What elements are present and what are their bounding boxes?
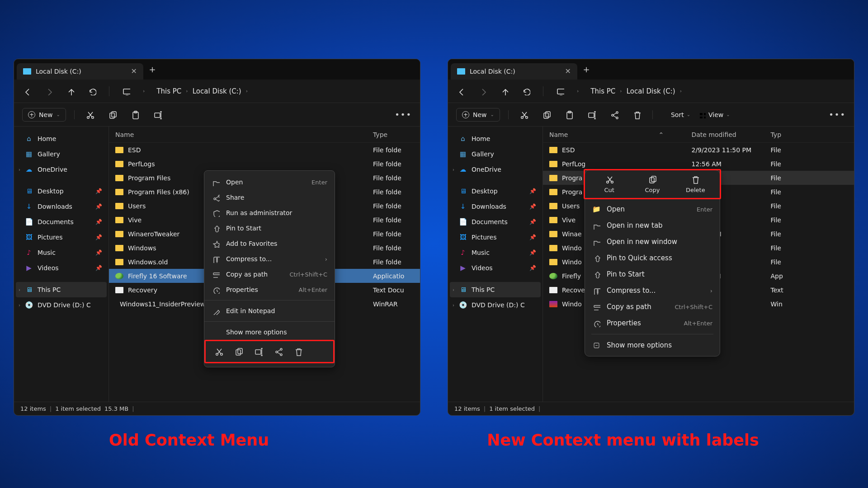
col-name[interactable]: Name (115, 131, 294, 138)
sidebar-videos[interactable]: ▶Videos📌 (16, 260, 107, 276)
crumb-this-pc[interactable]: This PC (590, 87, 615, 95)
copy-button[interactable] (105, 108, 120, 122)
new-tab-button[interactable]: + (579, 62, 594, 77)
sidebar-music[interactable]: ♪Music📌 (450, 245, 541, 260)
ctx-pin-quick[interactable]: Pin to Quick access (585, 250, 720, 266)
ctx-compress[interactable]: Compress to...› (204, 251, 335, 267)
cut-button[interactable] (83, 108, 97, 122)
ctx-show-more[interactable]: Show more options (585, 337, 720, 353)
file-row[interactable]: ESDFile folde (109, 143, 420, 157)
ctx-show-more[interactable]: Show more options (204, 324, 335, 340)
delete-button[interactable] (630, 108, 644, 122)
sidebar-videos[interactable]: ▶Videos📌 (450, 260, 541, 276)
col-type[interactable]: Typ (771, 131, 854, 138)
sidebar-downloads[interactable]: ↓Downloads📌 (16, 199, 107, 214)
sidebar-downloads[interactable]: ↓Downloads📌 (450, 199, 541, 214)
ctx-share[interactable]: Share (204, 190, 335, 205)
paste-button[interactable] (128, 108, 142, 122)
ctx-cut-icon[interactable] (213, 346, 225, 357)
sidebar-home[interactable]: ⌂Home (450, 131, 541, 146)
up-button[interactable] (500, 86, 509, 96)
view-button[interactable]: View⌄ (698, 111, 730, 118)
sidebar: ⌂Home ▦Gallery ›☁OneDrive 🖥Desktop📌 ↓Dow… (14, 127, 109, 402)
ctx-copy-path[interactable]: Copy as pathCtrl+Shift+C (585, 299, 720, 315)
ctx-open-tab[interactable]: Open in new tab (585, 217, 720, 234)
tab-close-button[interactable]: ✕ (565, 67, 571, 75)
file-row[interactable]: ESD2/9/2023 11:50 PMFile (543, 143, 854, 157)
sidebar-gallery[interactable]: ▦Gallery (450, 146, 541, 162)
ctx-favorites[interactable]: Add to Favorites (204, 236, 335, 251)
sidebar-onedrive[interactable]: ›☁OneDrive (450, 162, 541, 177)
tab-local-disk[interactable]: Local Disk (C:) ✕ (451, 63, 577, 80)
ctx-runas[interactable]: Run as administrator (204, 205, 335, 221)
ctx-share-icon[interactable] (273, 346, 284, 357)
col-name[interactable]: Name (549, 131, 631, 138)
back-button[interactable] (456, 86, 466, 96)
ctx-pin-start[interactable]: Pin to Start (585, 266, 720, 282)
rename-button[interactable] (151, 108, 165, 122)
crumb-this-pc[interactable]: This PC (156, 87, 181, 95)
ctx-copy-path[interactable]: Copy as pathCtrl+Shift+C (204, 267, 335, 282)
sidebar-onedrive[interactable]: ›☁OneDrive (16, 162, 107, 177)
more-button[interactable]: ••• (395, 110, 412, 119)
tab-close-button[interactable]: ✕ (131, 67, 137, 75)
sidebar-dvd[interactable]: ›💿DVD Drive (D:) C (450, 297, 541, 313)
sidebar-documents[interactable]: 📄Documents📌 (16, 214, 107, 230)
col-date[interactable]: Date modified (692, 131, 771, 138)
column-headers[interactable]: Name Type (109, 127, 420, 143)
new-button[interactable]: + New ⌄ (456, 108, 500, 122)
copy-button[interactable] (539, 108, 554, 122)
more-button[interactable]: ••• (829, 110, 846, 119)
sidebar-documents[interactable]: 📄Documents📌 (450, 214, 541, 230)
crumb-local-disk[interactable]: Local Disk (C:) (627, 87, 675, 95)
sort-button[interactable]: Sort⌄ (661, 111, 690, 118)
sidebar-desktop[interactable]: 🖥Desktop📌 (16, 183, 107, 199)
sidebar-dvd[interactable]: ›💿DVD Drive (D:) C (16, 297, 107, 313)
forward-button[interactable] (478, 86, 488, 96)
paste-button[interactable] (562, 108, 576, 122)
share-button[interactable] (607, 108, 622, 122)
col-type[interactable]: Type (373, 131, 420, 138)
sidebar-this-pc[interactable]: ›🖥This PC (16, 282, 107, 297)
new-button[interactable]: + New ⌄ (22, 108, 66, 122)
crumb-local-disk[interactable]: Local Disk (C:) (193, 87, 241, 95)
sidebar-pictures[interactable]: 🖼Pictures📌 (450, 230, 541, 245)
sidebar-pictures[interactable]: 🖼Pictures📌 (16, 230, 107, 245)
ctx-edit-notepad[interactable]: Edit in Notepad (204, 303, 335, 319)
up-button[interactable] (66, 86, 75, 96)
column-headers[interactable]: Name ⌃ Date modified Typ (543, 127, 854, 143)
ctx-cut[interactable]: Cut (594, 175, 625, 193)
status-size: 15.3 MB (104, 405, 128, 412)
ctx-open[interactable]: OpenEnter (204, 174, 335, 190)
ctx-copy[interactable]: Copy (637, 175, 668, 193)
status-selected: 1 item selected (55, 405, 101, 412)
monitor-icon[interactable] (555, 86, 565, 96)
ctx-copy-icon[interactable] (233, 346, 245, 357)
new-tab-button[interactable]: + (145, 62, 160, 77)
forward-button[interactable] (44, 86, 54, 96)
rename-button[interactable] (585, 108, 599, 122)
ctx-delete[interactable]: Delete (679, 175, 711, 193)
sidebar-music[interactable]: ♪Music📌 (16, 245, 107, 260)
sidebar-gallery[interactable]: ▦Gallery (16, 146, 107, 162)
ctx-properties[interactable]: PropertiesAlt+Enter (585, 315, 720, 331)
status-items: 12 items (20, 405, 46, 412)
file-row[interactable]: PerfLogsFile folde (109, 157, 420, 171)
cut-button[interactable] (517, 108, 531, 122)
ctx-open[interactable]: 📁OpenEnter (585, 201, 720, 217)
back-button[interactable] (22, 86, 32, 96)
refresh-button[interactable] (521, 86, 531, 96)
sidebar-home[interactable]: ⌂Home (16, 131, 107, 146)
tab-title: Local Disk (C:) (36, 68, 81, 75)
sidebar-this-pc[interactable]: ›🖥This PC (450, 282, 541, 297)
monitor-icon[interactable] (121, 86, 131, 96)
ctx-pin-start[interactable]: Pin to Start (204, 221, 335, 236)
ctx-properties[interactable]: PropertiesAlt+Enter (204, 282, 335, 297)
ctx-open-window[interactable]: Open in new window (585, 234, 720, 250)
ctx-delete-icon[interactable] (292, 346, 304, 357)
tab-local-disk[interactable]: Local Disk (C:) ✕ (17, 63, 143, 80)
ctx-compress[interactable]: Compress to...› (585, 282, 720, 299)
refresh-button[interactable] (87, 86, 97, 96)
sidebar-desktop[interactable]: 🖥Desktop📌 (450, 183, 541, 199)
ctx-rename-icon[interactable] (253, 346, 264, 357)
